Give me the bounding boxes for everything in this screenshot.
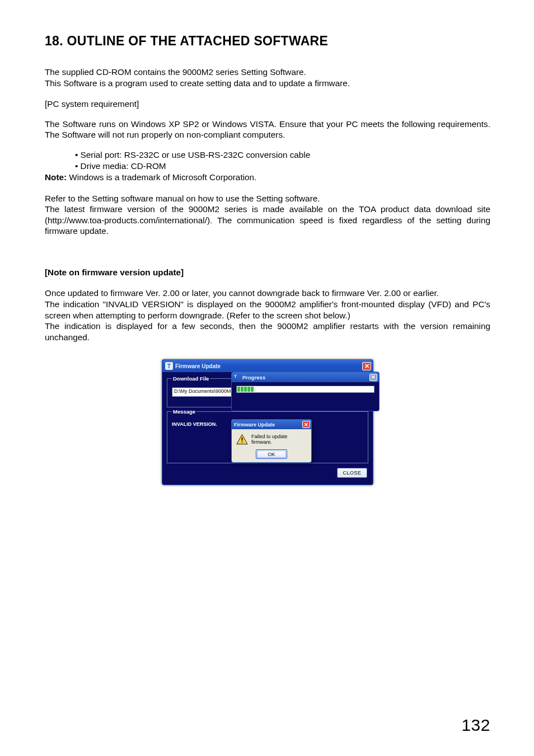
alert-message: Failed to update firmware. <box>251 434 307 445</box>
close-icon[interactable]: ✕ <box>362 362 371 370</box>
paragraph: The supplied CD-ROM contains the 9000M2 … <box>45 67 490 88</box>
bullet-item: • Drive media: CD-ROM <box>75 161 490 172</box>
svg-rect-1 <box>242 438 243 441</box>
note-label: Note: <box>45 172 67 182</box>
text-line: Once updated to firmware Ver. 2.00 or la… <box>45 288 439 298</box>
text-line: Refer to the Setting software manual on … <box>45 194 320 203</box>
firmware-update-screenshot: T Firmware Update ✕ Download File D:\My … <box>162 359 373 485</box>
note-heading: [Note on firmware version update] <box>45 267 490 278</box>
group-label: Download File <box>172 375 210 382</box>
paragraph: Once updated to firmware Ver. 2.00 or la… <box>45 288 490 342</box>
subheading: [PC system requirement] <box>45 98 490 110</box>
progress-window: T Progress ✕ <box>231 372 380 411</box>
download-path-input[interactable]: D:\My Documents\9000M2\90 <box>172 387 237 397</box>
close-icon[interactable]: ✕ <box>369 374 377 381</box>
text-line: The indication "INVALID VERSION" is disp… <box>45 299 490 320</box>
window-title: Progress <box>242 374 265 381</box>
note-heading-text: [Note on firmware version update] <box>45 267 184 277</box>
window-titlebar: T Firmware Update ✕ <box>162 360 373 372</box>
window-titlebar: T Progress ✕ <box>232 372 379 382</box>
note-line: Note: Windows is a trademark of Microsof… <box>45 172 490 183</box>
text-line: The indication is displayed for a few se… <box>45 321 490 342</box>
note-text: Windows is a trademark of Microsoft Corp… <box>67 172 256 182</box>
progress-bar <box>236 386 374 393</box>
paragraph: Refer to the Setting software manual on … <box>45 193 490 237</box>
paragraph: The Software runs on Windows XP SP2 or W… <box>45 119 490 140</box>
group-label: Message <box>172 408 196 415</box>
firmware-update-window: T Firmware Update ✕ Download File D:\My … <box>162 359 373 485</box>
close-button[interactable]: CLOSE <box>337 468 367 478</box>
close-icon[interactable]: ✕ <box>302 421 310 428</box>
app-icon: T <box>234 374 241 381</box>
text-line: The supplied CD-ROM contains the 9000M2 … <box>45 67 306 77</box>
svg-rect-2 <box>242 442 243 443</box>
firmware-alert-dialog: Firmware Update ✕ Failed to update firmw… <box>231 419 312 463</box>
page-number: 132 <box>461 716 490 735</box>
window-titlebar: Firmware Update ✕ <box>232 420 311 429</box>
app-icon: T <box>165 362 173 370</box>
ok-button[interactable]: OK <box>256 449 287 459</box>
window-title: Firmware Update <box>175 363 221 369</box>
text-line: This Software is a program used to creat… <box>45 78 350 88</box>
bullet-item: • Serial port: RS-232C or use USB-RS-232… <box>75 149 490 161</box>
text-line: The latest firmware version of the 9000M… <box>45 204 490 236</box>
warning-icon <box>236 434 248 445</box>
bullet-list: • Serial port: RS-232C or use USB-RS-232… <box>75 149 490 172</box>
window-title: Firmware Update <box>234 422 275 428</box>
section-heading: 18. OUTLINE OF THE ATTACHED SOFTWARE <box>45 34 490 49</box>
